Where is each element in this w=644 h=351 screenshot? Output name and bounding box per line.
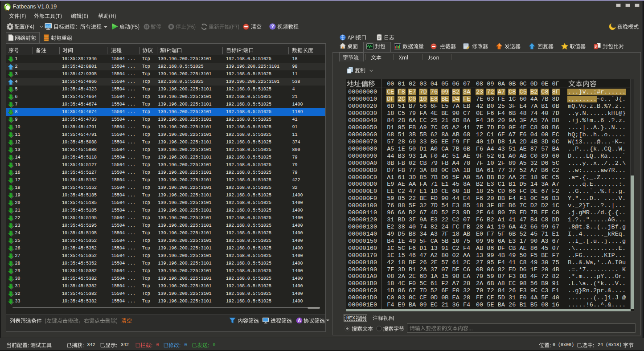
svg-text:?: ? bbox=[271, 24, 274, 29]
svg-text:A: A bbox=[298, 318, 301, 323]
